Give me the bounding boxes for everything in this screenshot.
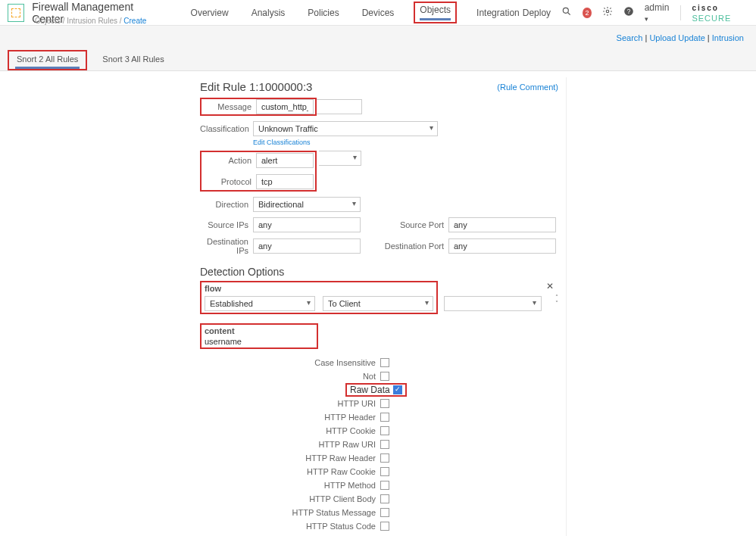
tab-snort2[interactable]: Snort 2 All Rules [8,50,87,70]
label-http-raw-cookie: HTTP Raw Cookie [200,467,376,476]
edit-classifications-link[interactable]: Edit Classifications [253,139,558,146]
content-group: content username [200,323,318,349]
svg-line-1 [568,13,570,15]
flow-state-select[interactable]: Established [205,296,315,311]
tab-snort3[interactable]: Snort 3 All Rules [95,50,171,70]
flow-label: flow [205,284,433,293]
label-classification: Classification [200,124,248,133]
classification-select[interactable]: Unknown Traffic [253,121,438,136]
secure-brand: SECURE [692,14,731,23]
srcips-input[interactable] [253,217,361,232]
chk-http-method[interactable] [380,481,389,490]
nav-analysis[interactable]: Analysis [248,2,289,24]
detection-title: Detection Options [200,266,558,278]
label-action: Action [203,156,251,165]
action-protocol-group: Action Protocol [200,151,317,192]
link-search[interactable]: Search [617,33,643,42]
action-input[interactable] [256,153,314,168]
rawdata-group: Raw Data [345,383,407,397]
chk-case-insensitive[interactable] [380,358,389,367]
label-http-raw-uri: HTTP Raw URI [200,440,376,449]
chk-http-header[interactable] [380,413,389,422]
subheader: Search | Upload Update | Intrusion Snort… [0,26,756,71]
label-http-method: HTTP Method [200,481,376,490]
sublinks: Search | Upload Update | Intrusion [617,33,744,42]
content-value: username [205,337,314,346]
breadcrumb: Objects / Intrusion Rules / Create [35,17,146,25]
label-case-insensitive: Case Insensitive [200,358,376,367]
link-upload[interactable]: Upload Update [649,33,704,42]
chk-http-status-code[interactable] [380,522,389,531]
content-label: content [205,326,314,335]
deploy-link[interactable]: Deploy [523,8,551,18]
label-rawdata: Raw Data [350,385,390,395]
breadcrumb-p2[interactable]: Intrusion Rules [67,17,117,25]
cisco-brand: cisco [692,4,719,12]
srcport-input[interactable] [448,217,556,232]
chk-http-uri[interactable] [380,399,389,408]
label-http-status-message: HTTP Status Message [200,508,376,517]
app-logo [8,4,24,22]
nav-objects[interactable]: Objects [414,2,457,23]
main-nav: Overview Analysis Policies Devices Objec… [188,2,523,24]
right-tools: Deploy 2 ? admin ▾ cisco SECURE [523,2,748,23]
nav-overview[interactable]: Overview [188,2,232,24]
label-http-client-body: HTTP Client Body [200,494,376,503]
notif-badge[interactable]: 2 [583,8,592,18]
dstport-input[interactable] [448,238,556,254]
flow-group: flow Established To Client [200,281,438,314]
chk-not[interactable] [380,372,389,381]
nav-policies[interactable]: Policies [305,2,342,24]
direction-select[interactable]: Bidirectional [253,197,361,212]
rule-tabs: Snort 2 All Rules Snort 3 All Rules [8,50,172,70]
chk-http-raw-header[interactable] [380,453,389,463]
breadcrumb-p3[interactable]: Create [123,17,146,25]
label-srcport: Source Port [374,220,444,229]
svg-point-0 [563,8,568,13]
chk-http-client-body[interactable] [380,494,389,503]
label-message: Message [203,102,251,111]
label-http-raw-header: HTTP Raw Header [200,453,376,463]
chk-http-raw-uri[interactable] [380,440,389,449]
label-direction: Direction [200,200,248,209]
chk-http-raw-cookie[interactable] [380,467,389,476]
message-group: Message [200,98,317,116]
svg-text:?: ? [626,8,630,15]
protocol-input[interactable] [256,174,314,189]
topbar: Firewall Management Center Objects / Int… [0,0,756,26]
rule-comment-link[interactable]: (Rule Comment) [497,83,558,92]
flow-extra-select[interactable] [444,296,542,311]
label-http-cookie: HTTP Cookie [200,426,376,435]
label-dstport: Destination Port [374,242,444,251]
chk-http-cookie[interactable] [380,426,389,435]
edit-rule-panel: Edit Rule 1:1000000:3 (Rule Comment) Mes… [195,77,567,536]
label-http-status-code: HTTP Status Code [200,522,376,531]
content-options: Case InsensitiveNotRaw DataHTTP URIHTTP … [200,357,558,532]
label-srcips: Source IPs [200,220,248,229]
nav-integration[interactable]: Integration [473,2,523,24]
svg-point-2 [606,10,609,13]
label-http-uri: HTTP URI [200,399,376,408]
nav-devices[interactable]: Devices [359,2,398,24]
dstips-input[interactable] [253,238,361,254]
label-not: Not [200,372,376,381]
flow-dir-select[interactable]: To Client [323,296,433,311]
chk-rawdata[interactable] [393,385,402,394]
label-http-header: HTTP Header [200,413,376,422]
label-protocol: Protocol [203,177,251,186]
flow-close-icon[interactable]: ✕ [546,281,554,291]
panel-title: Edit Rule 1:1000000:3 [200,80,497,93]
chk-http-status-message[interactable] [380,508,389,517]
search-icon[interactable] [561,6,572,19]
label-dstips: Destination IPs [200,237,248,255]
breadcrumb-p1[interactable]: Objects [35,17,61,25]
admin-menu[interactable]: admin ▾ [645,2,670,23]
gear-icon[interactable] [602,6,613,19]
flow-reorder-updown[interactable]: ˄˅ [555,294,558,307]
link-intrusion[interactable]: Intrusion [712,33,744,42]
message-input[interactable] [256,99,314,114]
help-icon[interactable]: ? [623,6,634,19]
